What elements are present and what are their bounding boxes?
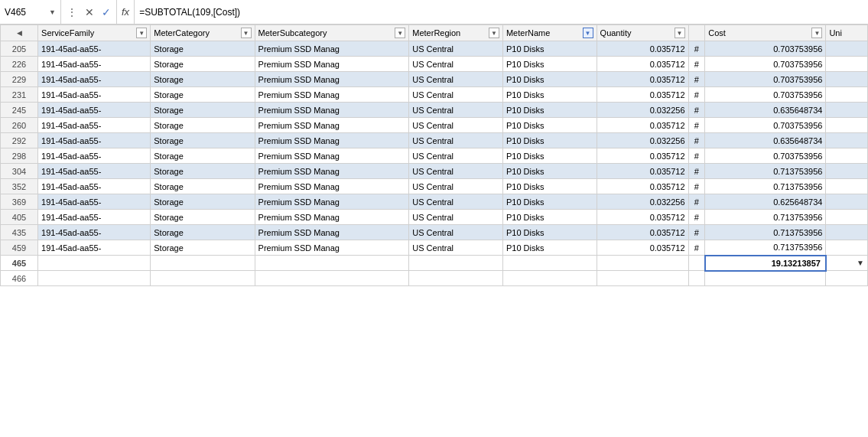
cell-meterregion[interactable]: US Central bbox=[409, 118, 503, 133]
cell-cost[interactable]: 0.703753956 bbox=[705, 57, 826, 72]
table-row[interactable]: 304 191-45ad-aa55- Storage Premium SSD M… bbox=[1, 164, 868, 179]
cell-metername[interactable]: P10 Disks bbox=[502, 225, 597, 240]
cell-metersubcategory[interactable]: Premium SSD Manag bbox=[255, 225, 409, 240]
cell-cost[interactable]: 0.713753956 bbox=[705, 179, 826, 194]
cell-metername[interactable]: P10 Disks bbox=[502, 72, 597, 87]
total-cell-4[interactable] bbox=[409, 256, 503, 271]
cell-metercategory[interactable]: Storage bbox=[151, 179, 255, 194]
cell-servicefamily[interactable]: 191-45ad-aa55- bbox=[38, 72, 151, 87]
cell-metersubcategory[interactable]: Premium SSD Manag bbox=[255, 194, 409, 210]
cell-metercategory[interactable]: Storage bbox=[151, 164, 255, 179]
empty-cell-5[interactable] bbox=[502, 271, 597, 286]
col-header-metersubcategory[interactable]: MeterSubcategory ▼ bbox=[255, 25, 409, 41]
table-row[interactable]: 245 191-45ad-aa55- Storage Premium SSD M… bbox=[1, 103, 868, 118]
cell-cost[interactable]: 0.635648734 bbox=[705, 133, 826, 148]
cell-meterregion[interactable]: US Central bbox=[409, 179, 503, 194]
cell-cost[interactable]: 0.713753956 bbox=[705, 210, 826, 225]
cell-metername[interactable]: P10 Disks bbox=[502, 118, 597, 133]
cell-meterregion[interactable]: US Central bbox=[409, 240, 503, 256]
cell-metername[interactable]: P10 Disks bbox=[502, 210, 597, 225]
cell-quantity[interactable]: 0.032256 bbox=[597, 103, 688, 118]
cell-servicefamily[interactable]: 191-45ad-aa55- bbox=[38, 148, 151, 164]
cell-metersubcategory[interactable]: Premium SSD Manag bbox=[255, 103, 409, 118]
filter-icon-meterregion[interactable]: ▼ bbox=[489, 28, 499, 38]
table-row[interactable]: 369 191-45ad-aa55- Storage Premium SSD M… bbox=[1, 194, 868, 210]
cell-metername[interactable]: P10 Disks bbox=[502, 179, 597, 194]
cell-cost[interactable]: 0.635648734 bbox=[705, 103, 826, 118]
empty-cell-2[interactable] bbox=[151, 271, 255, 286]
empty-cost-cell[interactable] bbox=[705, 271, 826, 286]
cell-metername[interactable]: P10 Disks bbox=[502, 240, 597, 256]
cell-meterregion[interactable]: US Central bbox=[409, 148, 503, 164]
cell-metername[interactable]: P10 Disks bbox=[502, 164, 597, 179]
cell-metername[interactable]: P10 Disks bbox=[502, 87, 597, 103]
cell-reference-box[interactable]: V465 ▼ bbox=[0, 0, 61, 24]
cell-servicefamily[interactable]: 191-45ad-aa55- bbox=[38, 118, 151, 133]
cell-metersubcategory[interactable]: Premium SSD Manag bbox=[255, 164, 409, 179]
cell-meterregion[interactable]: US Central bbox=[409, 164, 503, 179]
empty-cell-1[interactable] bbox=[38, 271, 151, 286]
cell-metercategory[interactable]: Storage bbox=[151, 41, 255, 57]
cell-cost[interactable]: 0.703753956 bbox=[705, 41, 826, 57]
cell-meterregion[interactable]: US Central bbox=[409, 103, 503, 118]
cell-metercategory[interactable]: Storage bbox=[151, 57, 255, 72]
cell-metersubcategory[interactable]: Premium SSD Manag bbox=[255, 118, 409, 133]
cell-quantity[interactable]: 0.035712 bbox=[597, 41, 688, 57]
cell-cost[interactable]: 0.703753956 bbox=[705, 118, 826, 133]
cell-servicefamily[interactable]: 191-45ad-aa55- bbox=[38, 179, 151, 194]
table-row[interactable]: 229 191-45ad-aa55- Storage Premium SSD M… bbox=[1, 72, 868, 87]
cell-servicefamily[interactable]: 191-45ad-aa55- bbox=[38, 87, 151, 103]
filter-icon-metersubcategory[interactable]: ▼ bbox=[395, 28, 405, 38]
cell-metercategory[interactable]: Storage bbox=[151, 210, 255, 225]
total-cost-cell[interactable]: 19.13213857 bbox=[705, 256, 826, 271]
cell-cost[interactable]: 0.625648734 bbox=[705, 194, 826, 210]
cell-metersubcategory[interactable]: Premium SSD Manag bbox=[255, 240, 409, 256]
cell-servicefamily[interactable]: 191-45ad-aa55- bbox=[38, 225, 151, 240]
table-row[interactable]: 435 191-45ad-aa55- Storage Premium SSD M… bbox=[1, 225, 868, 240]
empty-cell-4[interactable] bbox=[409, 271, 503, 286]
cell-metername[interactable]: P10 Disks bbox=[502, 148, 597, 164]
cell-servicefamily[interactable]: 191-45ad-aa55- bbox=[38, 133, 151, 148]
cell-servicefamily[interactable]: 191-45ad-aa55- bbox=[38, 41, 151, 57]
empty-cell-6[interactable] bbox=[597, 271, 688, 286]
cell-metercategory[interactable]: Storage bbox=[151, 133, 255, 148]
cell-metersubcategory[interactable]: Premium SSD Manag bbox=[255, 210, 409, 225]
filter-icon-servicefamily[interactable]: ▼ bbox=[136, 28, 147, 38]
filter-icon-quantity[interactable]: ▼ bbox=[675, 28, 685, 38]
cell-metersubcategory[interactable]: Premium SSD Manag bbox=[255, 179, 409, 194]
cell-ref-dropdown-icon[interactable]: ▼ bbox=[49, 8, 56, 16]
table-row[interactable]: 205 191-45ad-aa55- Storage Premium SSD M… bbox=[1, 41, 868, 57]
total-cell-2[interactable] bbox=[151, 256, 255, 271]
cell-metercategory[interactable]: Storage bbox=[151, 103, 255, 118]
cell-meterregion[interactable]: US Central bbox=[409, 41, 503, 57]
cell-servicefamily[interactable]: 191-45ad-aa55- bbox=[38, 57, 151, 72]
cell-quantity[interactable]: 0.035712 bbox=[597, 72, 688, 87]
empty-cell-3[interactable] bbox=[255, 271, 409, 286]
cell-meterregion[interactable]: US Central bbox=[409, 225, 503, 240]
col-header-uni[interactable]: Uni bbox=[826, 25, 868, 41]
cell-meterregion[interactable]: US Central bbox=[409, 133, 503, 148]
col-header-servicefamily[interactable]: ServiceFamily ▼ bbox=[38, 25, 151, 41]
cancel-formula-button[interactable]: ✕ bbox=[83, 5, 96, 19]
cell-quantity[interactable]: 0.035712 bbox=[597, 225, 688, 240]
cell-metercategory[interactable]: Storage bbox=[151, 118, 255, 133]
cell-quantity[interactable]: 0.035712 bbox=[597, 118, 688, 133]
table-row[interactable]: 292 191-45ad-aa55- Storage Premium SSD M… bbox=[1, 133, 868, 148]
cell-metername[interactable]: P10 Disks bbox=[502, 103, 597, 118]
total-cell-6[interactable] bbox=[597, 256, 688, 271]
cell-quantity[interactable]: 0.035712 bbox=[597, 87, 688, 103]
confirm-formula-button[interactable]: ✓ bbox=[99, 5, 113, 19]
cell-metersubcategory[interactable]: Premium SSD Manag bbox=[255, 72, 409, 87]
cell-metercategory[interactable]: Storage bbox=[151, 194, 255, 210]
cell-meterregion[interactable]: US Central bbox=[409, 57, 503, 72]
cell-metercategory[interactable]: Storage bbox=[151, 225, 255, 240]
table-row[interactable]: 459 191-45ad-aa55- Storage Premium SSD M… bbox=[1, 240, 868, 256]
cell-cost[interactable]: 0.703753956 bbox=[705, 148, 826, 164]
cell-cost[interactable]: 0.703753956 bbox=[705, 87, 826, 103]
cell-meterregion[interactable]: US Central bbox=[409, 87, 503, 103]
expand-icon[interactable]: ▼ bbox=[857, 259, 864, 267]
cell-servicefamily[interactable]: 191-45ad-aa55- bbox=[38, 194, 151, 210]
cell-quantity[interactable]: 0.035712 bbox=[597, 240, 688, 256]
fx-button[interactable]: fx bbox=[117, 0, 135, 24]
cell-quantity[interactable]: 0.032256 bbox=[597, 133, 688, 148]
